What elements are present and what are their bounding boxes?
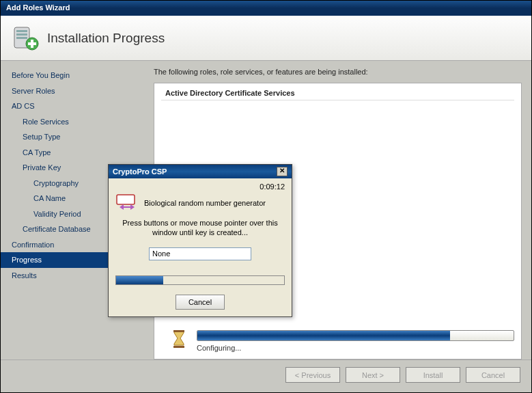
svg-rect-2 [16, 33, 27, 36]
dialog-body[interactable]: 0:09:12 Biological random [109, 178, 292, 316]
svg-rect-3 [16, 37, 27, 39]
dialog-titlebar[interactable]: CryptoPro CSP ✕ [109, 165, 292, 178]
window-title: Add Roles Wizard [6, 3, 70, 12]
svg-rect-6 [28, 42, 36, 45]
hourglass-icon [172, 330, 186, 348]
install-button[interactable]: Install [406, 367, 460, 383]
sidebar-item-role-services[interactable]: Role Services [1, 114, 144, 130]
sidebar-item-ad-cs[interactable]: AD CS [1, 98, 144, 114]
page-title: Installation Progress [47, 31, 165, 46]
dialog-subtitle: Biological random number generator [144, 199, 266, 207]
sidebar-item-before-you-begin[interactable]: Before You Begin [1, 68, 144, 83]
cancel-button[interactable]: Cancel [466, 367, 520, 383]
svg-rect-8 [173, 346, 184, 348]
overall-progress-area: Configuring... [172, 330, 514, 352]
close-icon[interactable]: ✕ [277, 167, 288, 176]
dialog-title: CryptoPro CSP [113, 167, 167, 176]
overall-progress-label: Configuring... [197, 344, 514, 352]
install-head: Active Directory Certificate Services [161, 89, 514, 100]
wizard-footer: < Previous Next > Install Cancel [1, 360, 531, 392]
previous-button[interactable]: < Previous [285, 367, 340, 383]
svg-rect-9 [117, 195, 135, 204]
cryptopro-dialog[interactable]: CryptoPro CSP ✕ 0:09:12 [108, 164, 292, 317]
wizard-header: Installation Progress [1, 16, 531, 61]
wizard-header-icon [12, 25, 39, 52]
rng-status-input[interactable] [149, 247, 251, 260]
svg-rect-1 [16, 30, 27, 32]
sidebar-item-setup-type[interactable]: Setup Type [1, 129, 144, 145]
keyboard-rng-icon [115, 192, 137, 214]
dialog-cancel-button[interactable]: Cancel [176, 295, 225, 310]
overall-progress-bar [197, 330, 514, 341]
sidebar-item-ca-type[interactable]: CA Type [1, 145, 144, 161]
install-intro-text: The following roles, role services, or f… [154, 68, 522, 76]
next-button[interactable]: Next > [346, 367, 400, 383]
window-titlebar[interactable]: Add Roles Wizard [1, 1, 531, 16]
dialog-timer: 0:09:12 [115, 182, 285, 191]
dialog-instruction: Press buttons or move mouse pointer over… [115, 218, 285, 238]
sidebar-item-server-roles[interactable]: Server Roles [1, 83, 144, 99]
svg-rect-7 [173, 330, 184, 332]
rng-progress-bar [115, 275, 285, 285]
